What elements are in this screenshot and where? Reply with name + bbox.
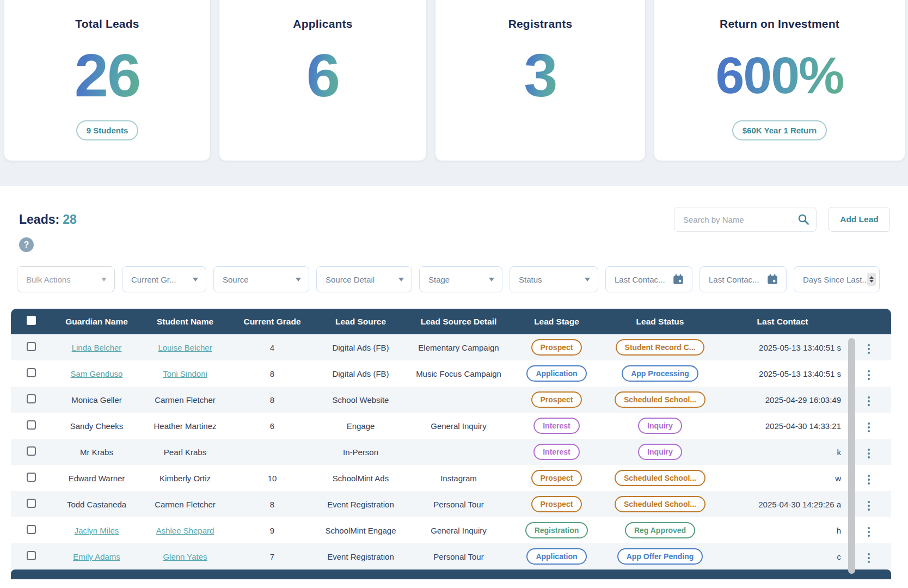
number-stepper[interactable] bbox=[867, 273, 876, 286]
bulk-actions-dropdown[interactable]: Bulk Actions bbox=[17, 266, 115, 292]
lead-stage-badge: Prospect bbox=[531, 339, 582, 356]
last-contact-to-filter[interactable]: Last Contac... bbox=[700, 266, 787, 292]
lead-source-detail-cell: General Inquiry bbox=[406, 413, 512, 439]
lead-source-cell: Event Registration bbox=[316, 543, 406, 569]
row-checkbox[interactable] bbox=[27, 342, 36, 351]
table-footer-bar bbox=[11, 569, 891, 579]
last-contact-cell: 2025-04-30 14:29:26 a bbox=[719, 491, 846, 517]
card-title: Registrants bbox=[508, 17, 573, 30]
student-name-link[interactable]: Toni Sindoni bbox=[163, 369, 207, 378]
lead-status-badge: Student Record C... bbox=[616, 339, 705, 356]
stat-card-roi: Return on Investment 600% $60K Year 1 Re… bbox=[654, 0, 905, 161]
filter-label: Source bbox=[223, 275, 249, 284]
last-contact-from-filter[interactable]: Last Contac... bbox=[605, 266, 692, 292]
help-icon[interactable]: ? bbox=[19, 237, 34, 252]
card-title: Total Leads bbox=[75, 17, 139, 30]
row-actions-menu-button[interactable] bbox=[866, 368, 872, 382]
row-actions-menu-button[interactable] bbox=[866, 551, 872, 565]
current-grade-cell: 7 bbox=[229, 543, 316, 569]
card-title: Return on Investment bbox=[720, 17, 839, 30]
student-name-link[interactable]: Louise Belcher bbox=[158, 343, 212, 352]
chevron-down-icon bbox=[193, 278, 198, 281]
current-grade-filter[interactable]: Current Gr... bbox=[122, 266, 206, 292]
table-row: Mr KrabsPearl KrabsIn-PersonInterestInqu… bbox=[11, 439, 891, 465]
row-actions-menu-button[interactable] bbox=[866, 499, 872, 513]
lead-stage-badge: Application bbox=[526, 548, 586, 565]
add-lead-button[interactable]: Add Lead bbox=[829, 207, 890, 232]
stat-card-registrants: Registrants 3 bbox=[435, 0, 645, 161]
select-all-checkbox[interactable] bbox=[27, 316, 36, 325]
row-checkbox[interactable] bbox=[27, 551, 36, 560]
lead-status-badge: Scheduled School... bbox=[615, 496, 705, 512]
guardian-name-link[interactable]: Sam Genduso bbox=[71, 369, 123, 378]
student-name: Heather Martinez bbox=[154, 421, 216, 431]
guardian-name-link[interactable]: Emily Adams bbox=[73, 552, 120, 561]
stage-filter[interactable]: Stage bbox=[419, 266, 502, 292]
column-header-lead-stage: Lead Stage bbox=[512, 309, 602, 334]
row-checkbox[interactable] bbox=[27, 446, 36, 456]
table-scrollbar[interactable] bbox=[848, 338, 855, 574]
lead-stage-badge: Interest bbox=[533, 418, 580, 434]
current-grade-cell: 4 bbox=[229, 334, 316, 360]
last-contact-cell: c bbox=[719, 543, 846, 569]
chevron-down-icon bbox=[101, 278, 107, 281]
lead-source-cell: SchoolMint Ads bbox=[316, 465, 406, 491]
search-box bbox=[674, 207, 817, 232]
lead-source-cell: Event Registration bbox=[316, 491, 406, 517]
guardian-name-link[interactable]: Linda Belcher bbox=[72, 343, 122, 352]
lead-status-badge: Inquiry bbox=[638, 444, 682, 460]
lead-stage-badge: Interest bbox=[533, 444, 580, 460]
row-actions-menu-button[interactable] bbox=[866, 394, 872, 408]
row-actions-menu-button[interactable] bbox=[866, 473, 872, 487]
row-actions-menu-button[interactable] bbox=[866, 420, 872, 434]
lead-status-badge: App Processing bbox=[622, 365, 698, 382]
lead-status-badge: Reg Approved bbox=[625, 522, 695, 538]
guardian-name-link[interactable]: Jaclyn Miles bbox=[75, 526, 119, 535]
row-actions-menu-button[interactable] bbox=[866, 342, 872, 356]
current-grade-cell: 10 bbox=[229, 465, 316, 491]
filter-label: Current Gr... bbox=[131, 275, 176, 284]
lead-source-cell: In-Person bbox=[316, 439, 406, 465]
chevron-down-icon bbox=[489, 278, 494, 281]
row-actions-menu-button[interactable] bbox=[866, 446, 872, 461]
guardian-name: Sandy Cheeks bbox=[70, 421, 124, 431]
source-detail-filter[interactable]: Source Detail bbox=[316, 266, 412, 292]
lead-stage-badge: Prospect bbox=[531, 470, 582, 486]
filter-label: Last Contac... bbox=[615, 275, 665, 284]
search-input[interactable] bbox=[674, 207, 817, 232]
card-value: 26 bbox=[75, 45, 140, 106]
filter-label: Source Detail bbox=[326, 275, 375, 284]
row-checkbox[interactable] bbox=[27, 473, 36, 482]
lead-source-detail-cell: Personal Tour bbox=[406, 491, 512, 517]
days-since-last-filter[interactable]: Days Since Last... bbox=[794, 266, 880, 292]
row-checkbox[interactable] bbox=[27, 394, 36, 403]
row-checkbox[interactable] bbox=[27, 525, 36, 534]
lead-status-badge: Scheduled School... bbox=[615, 470, 705, 486]
lead-source-detail-cell: Instagram bbox=[406, 465, 512, 491]
chevron-down-icon bbox=[398, 278, 404, 281]
chevron-down-icon bbox=[296, 278, 301, 281]
last-contact-cell: h bbox=[719, 517, 846, 543]
student-name-link[interactable]: Glenn Yates bbox=[163, 552, 207, 561]
last-contact-cell: k bbox=[719, 439, 846, 465]
current-grade-cell: 9 bbox=[229, 517, 316, 543]
table-row: Linda BelcherLouise Belcher4Digital Ads … bbox=[11, 334, 891, 360]
source-filter[interactable]: Source bbox=[213, 266, 309, 292]
status-filter[interactable]: Status bbox=[510, 266, 598, 292]
row-checkbox[interactable] bbox=[27, 420, 36, 430]
leads-table: Guardian Name Student Name Current Grade… bbox=[11, 309, 891, 579]
row-actions-menu-button[interactable] bbox=[866, 525, 872, 539]
card-value: 6 bbox=[306, 45, 339, 106]
column-header-student-name: Student Name bbox=[142, 309, 229, 334]
column-header-guardian-name: Guardian Name bbox=[52, 309, 142, 334]
stat-card-applicants: Applicants 6 bbox=[219, 0, 426, 161]
last-contact-cell: 2025-05-13 13:40:51 s bbox=[719, 334, 846, 360]
row-checkbox[interactable] bbox=[27, 368, 36, 377]
table-row: Jaclyn MilesAshlee Shepard9SchoolMint En… bbox=[11, 517, 891, 543]
card-value: 3 bbox=[524, 45, 556, 106]
search-icon[interactable] bbox=[797, 213, 810, 226]
student-name-link[interactable]: Ashlee Shepard bbox=[156, 526, 214, 535]
stats-cards: Total Leads 26 9 Students Applicants 6 R… bbox=[4, 0, 905, 161]
row-checkbox[interactable] bbox=[27, 499, 36, 508]
last-contact-cell: w bbox=[719, 465, 846, 491]
